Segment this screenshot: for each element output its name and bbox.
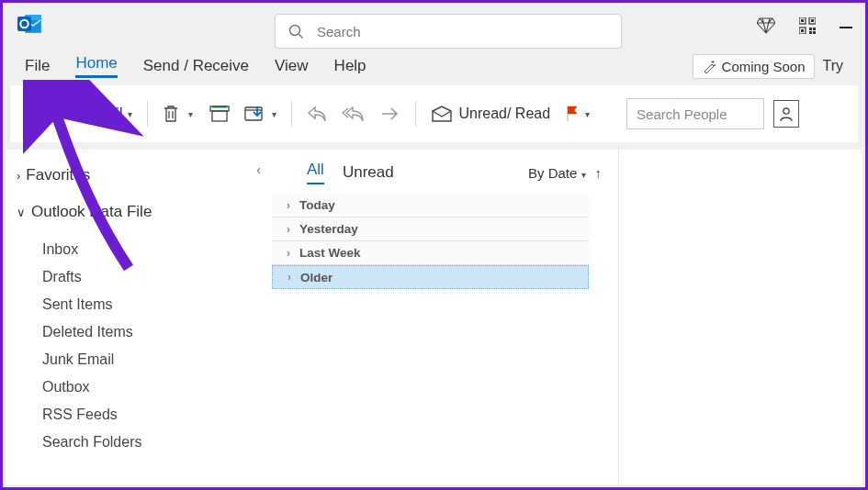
- sort-by-date[interactable]: By Date ▾: [528, 165, 586, 181]
- chevron-right-icon: ›: [287, 199, 290, 212]
- reading-pane: [619, 150, 862, 484]
- new-email-button[interactable]: New Email ▾: [17, 96, 138, 131]
- folder-sidebar: ‹ › Favorites ∨ Outlook Data File Inbox …: [6, 150, 272, 484]
- svg-rect-12: [809, 28, 812, 30]
- trash-icon: [163, 105, 179, 123]
- svg-line-5: [299, 34, 303, 38]
- message-filter-tabs: All Unread By Date ▾ ↑: [272, 161, 618, 190]
- delete-dropdown[interactable]: ▾: [188, 109, 193, 119]
- search-placeholder: Search: [317, 24, 361, 39]
- reply-icon: [307, 106, 327, 122]
- favorites-header[interactable]: › Favorites: [17, 166, 261, 184]
- menu-tabs: File Home Send / Receive View Help Comin…: [3, 49, 865, 84]
- svg-point-21: [783, 108, 789, 114]
- sidebar-item-drafts[interactable]: Drafts: [17, 263, 261, 291]
- sidebar-item-sent-items[interactable]: Sent Items: [17, 291, 261, 318]
- chevron-right-icon: ›: [287, 271, 291, 284]
- person-icon: [779, 106, 794, 122]
- forward-button[interactable]: [375, 96, 406, 131]
- outlook-app-icon: [14, 13, 43, 39]
- delete-button[interactable]: [157, 96, 185, 131]
- flag-icon: [565, 106, 580, 122]
- svg-rect-7: [801, 19, 804, 22]
- reply-button[interactable]: [301, 96, 333, 131]
- svg-point-4: [290, 25, 300, 35]
- sidebar-item-junk-email[interactable]: Junk Email: [17, 346, 261, 373]
- title-bar: Search: [3, 3, 865, 49]
- chevron-right-icon: ›: [287, 223, 290, 236]
- sidebar-item-deleted-items[interactable]: Deleted Items: [17, 318, 261, 346]
- filter-tab-unread[interactable]: Unread: [343, 163, 394, 182]
- svg-rect-16: [24, 106, 44, 120]
- sort-direction-button[interactable]: ↑: [595, 165, 603, 181]
- chevron-down-icon: ▾: [128, 109, 132, 119]
- archive-button[interactable]: [204, 96, 235, 131]
- svg-rect-18: [212, 111, 227, 121]
- minimize-button[interactable]: [840, 27, 852, 28]
- tab-home[interactable]: Home: [75, 54, 117, 78]
- svg-rect-13: [813, 28, 816, 30]
- reply-all-button[interactable]: [336, 96, 371, 131]
- try-label[interactable]: Try: [822, 58, 843, 74]
- tab-send-receive[interactable]: Send / Receive: [143, 57, 249, 75]
- content-area: ‹ › Favorites ∨ Outlook Data File Inbox …: [6, 150, 862, 484]
- tab-view[interactable]: View: [275, 57, 309, 75]
- tab-help[interactable]: Help: [334, 57, 366, 75]
- envelope-open-icon: [431, 106, 453, 122]
- address-book-button[interactable]: [773, 100, 799, 128]
- chevron-right-icon: ›: [287, 247, 290, 260]
- collapse-sidebar-chevron[interactable]: ‹: [256, 162, 261, 177]
- svg-rect-11: [801, 29, 804, 32]
- unread-read-button[interactable]: Unread/ Read: [425, 96, 556, 131]
- sidebar-item-rss-feeds[interactable]: RSS Feeds: [17, 401, 261, 429]
- sidebar-item-inbox[interactable]: Inbox: [17, 236, 261, 263]
- svg-rect-2: [17, 17, 31, 31]
- group-yesterday[interactable]: ›Yesterday: [272, 217, 589, 241]
- message-list-pane: All Unread By Date ▾ ↑ ›Today ›Yesterday…: [272, 150, 619, 484]
- flag-button[interactable]: ▾: [559, 96, 595, 131]
- move-button[interactable]: ▾: [239, 96, 282, 131]
- sidebar-item-outbox[interactable]: Outbox: [17, 373, 261, 401]
- global-search-input[interactable]: Search: [275, 14, 622, 49]
- coming-soon-button[interactable]: Coming Soon: [693, 54, 816, 79]
- tab-file[interactable]: File: [25, 57, 50, 75]
- data-file-header[interactable]: ∨ Outlook Data File: [17, 203, 261, 221]
- move-folder-icon: [244, 105, 266, 123]
- search-icon: [288, 24, 304, 39]
- ribbon-toolbar: New Email ▾ ▾ ▾ Unread/ Read ▾ Search Pe…: [10, 85, 858, 142]
- premium-diamond-icon[interactable]: [757, 17, 775, 38]
- chevron-down-icon: ▾: [585, 109, 590, 119]
- chevron-right-icon: ›: [17, 169, 20, 183]
- magic-wand-icon: [703, 60, 716, 73]
- group-today[interactable]: ›Today: [272, 194, 589, 217]
- qr-code-icon[interactable]: [799, 17, 816, 38]
- filter-tab-all[interactable]: All: [307, 161, 324, 184]
- search-people-input[interactable]: Search People: [626, 98, 764, 129]
- group-last-week[interactable]: ›Last Week: [272, 241, 589, 265]
- sidebar-item-search-folders[interactable]: Search Folders: [17, 429, 261, 456]
- svg-rect-9: [811, 19, 814, 22]
- new-email-icon: [23, 105, 47, 123]
- svg-rect-14: [809, 31, 812, 34]
- group-older[interactable]: ›Older: [272, 265, 589, 289]
- reply-all-icon: [342, 106, 366, 122]
- chevron-down-icon: ∨: [17, 206, 26, 219]
- chevron-down-icon: ▾: [272, 109, 276, 119]
- forward-icon: [380, 106, 400, 121]
- archive-icon: [209, 106, 230, 122]
- svg-rect-15: [813, 31, 816, 34]
